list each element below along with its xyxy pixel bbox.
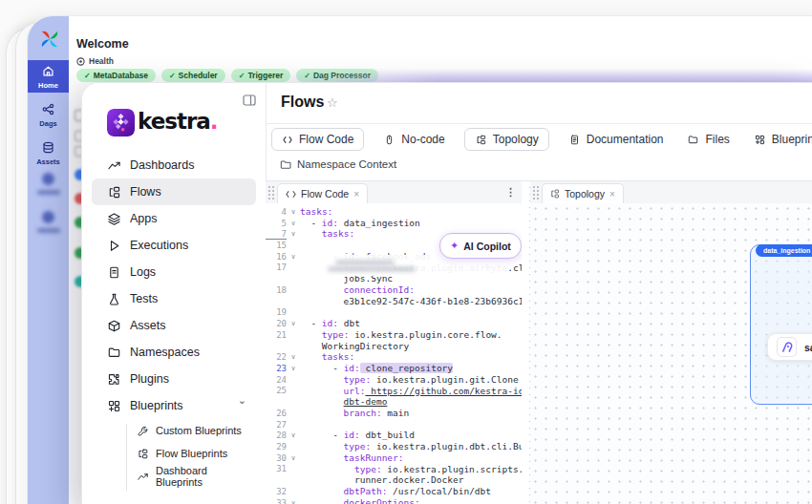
- page-title: Flows: [281, 94, 324, 111]
- line-number: 32: [266, 487, 287, 496]
- airflow-sidebar-item-dags[interactable]: Dags: [28, 98, 69, 127]
- ai-copilot-button[interactable]: ✦ AI Copilot: [439, 233, 522, 259]
- sidebar-item-custom-blueprints[interactable]: Custom Blueprints: [126, 419, 256, 442]
- node-salesforce[interactable]: salesforce: [767, 333, 812, 361]
- view-button-blueprints[interactable]: Blueprints: [749, 128, 812, 151]
- line-number: 33: [266, 498, 287, 504]
- airflow-welcome-title: Welcome: [76, 37, 129, 51]
- code-line[interactable]: 19: [266, 306, 522, 318]
- sidebar-item-assets[interactable]: Assets: [92, 312, 256, 339]
- sidebar-item-namespaces[interactable]: Namespaces: [92, 339, 256, 366]
- code-line[interactable]: 33∨dockerOptions:: [266, 497, 522, 504]
- drag-handle-icon[interactable]: [532, 185, 540, 200]
- badge-label: Triggerer: [247, 71, 283, 80]
- close-icon[interactable]: ×: [609, 189, 615, 200]
- node-label: salesforce: [804, 342, 812, 353]
- code-line[interactable]: 27: [266, 419, 522, 430]
- fold-chevron-icon[interactable]: ∨: [287, 431, 300, 439]
- fold-chevron-icon[interactable]: ∨: [287, 454, 300, 462]
- blueprint-icon: [107, 399, 120, 412]
- code-line[interactable]: WorkingDirectory: [266, 341, 522, 352]
- sidebar-item-blueprints[interactable]: Blueprints⌄: [92, 392, 256, 419]
- view-button-documentation[interactable]: Documentation: [564, 128, 669, 151]
- code-text: taskRunner:: [300, 452, 404, 464]
- panel-menu-icon[interactable]: ⋮: [505, 186, 516, 199]
- code-line[interactable]: 18connectionId:: [266, 284, 522, 296]
- code-line[interactable]: 21type: io.kestra.plugin.core.flow.: [266, 329, 522, 341]
- sidebar-item-executions[interactable]: Executions: [92, 232, 256, 259]
- fold-chevron-icon[interactable]: ∨: [287, 499, 300, 504]
- code-line[interactable]: 28∨- id: dbt_build: [266, 430, 522, 441]
- fold-chevron-icon[interactable]: ∨: [287, 320, 300, 327]
- code-text: type: io.kestra.plugin.git.Clone: [300, 374, 519, 386]
- code-editor[interactable]: 4∨tasks:5∨- id: data_ingestion7∨tasks:15…: [266, 203, 522, 504]
- line-number: 30: [266, 453, 287, 463]
- view-switcher: Flow CodeNo-codeTopologyDocumentationFil…: [271, 128, 812, 151]
- airflow-sidebar-item-assets[interactable]: Assets: [28, 136, 69, 165]
- group-data-ingestion[interactable]: [750, 244, 812, 405]
- line-number: 20: [266, 319, 287, 328]
- sidebar-item-label: Tests: [130, 292, 158, 305]
- airflow-item-label: Assets: [36, 158, 60, 166]
- namespace-context-button[interactable]: Namespace Context: [280, 158, 396, 170]
- kestra-window: kestra. DashboardsFlowsAppsExecutionsLog…: [81, 82, 812, 504]
- sidebar-item-apps[interactable]: Apps: [92, 205, 256, 232]
- wordmark-dot: .: [210, 109, 214, 113]
- airflow-sidebar-item-home[interactable]: Home: [28, 60, 69, 93]
- sidebar-item-dashboards[interactable]: Dashboards: [92, 152, 256, 178]
- code-line[interactable]: 31type: io.kestra.plugin.scripts.: [266, 464, 522, 475]
- line-number: 15: [266, 241, 287, 250]
- code-line[interactable]: 4∨tasks:: [266, 206, 522, 218]
- fold-chevron-icon[interactable]: ∨: [287, 208, 300, 216]
- blurred-sidebar-icon: [42, 211, 54, 223]
- code-line[interactable]: e3b1ce92-547c-436f-b1e8-23b6936c12ef: [266, 296, 522, 307]
- kestra-main: Flows ☆ Flow CodeNo-codeTopologyDocument…: [266, 83, 812, 504]
- code-line[interactable]: 32dbtPath: /usr/local/bin/dbt: [266, 486, 522, 497]
- code-line[interactable]: 25url: https://github.com/kestra-io/: [266, 386, 522, 397]
- code-text: - id: dbt: [300, 318, 360, 329]
- sidebar-item-plugins[interactable]: Plugins: [92, 366, 256, 392]
- sidebar-item-dashboard-blueprints[interactable]: Dashboard Blueprints: [126, 465, 256, 488]
- sidebar-item-flows[interactable]: Flows: [92, 178, 256, 205]
- collapse-sidebar-icon[interactable]: [243, 94, 256, 106]
- view-button-files[interactable]: Files: [682, 128, 734, 151]
- sidebar-item-label: Dashboard Blueprints: [156, 465, 256, 488]
- tab-flow-code[interactable]: Flow Code ×: [277, 183, 368, 203]
- tab-topology[interactable]: Topology ×: [542, 183, 624, 203]
- home-icon: [42, 65, 54, 79]
- sparkle-icon: ✦: [450, 240, 459, 252]
- code-text: tasks:: [300, 228, 354, 240]
- close-icon[interactable]: ×: [353, 189, 359, 200]
- code-line[interactable]: 22∨tasks:: [266, 351, 522, 363]
- sidebar-item-flow-blueprints[interactable]: Flow Blueprints: [126, 442, 256, 465]
- code-line[interactable]: runner.docker.Docker: [266, 474, 522, 486]
- code-line[interactable]: dbt-demo: [266, 396, 522, 408]
- code-line[interactable]: 5∨- id: data_ingestion: [266, 218, 522, 229]
- view-button-no-code[interactable]: No-code: [378, 128, 449, 151]
- code-line[interactable]: 29type: io.kestra.plugin.dbt.cli.Build: [266, 441, 522, 452]
- code-line[interactable]: 23∨- id: clone_repository: [266, 363, 522, 374]
- fold-chevron-icon[interactable]: ∨: [287, 353, 300, 361]
- sidebar-item-label: Custom Blueprints: [156, 425, 242, 436]
- code-line[interactable]: 20∨- id: dbt: [266, 318, 522, 329]
- layers-icon: [107, 212, 120, 225]
- view-button-flow-code[interactable]: Flow Code: [271, 128, 364, 151]
- fold-chevron-icon[interactable]: ∨: [287, 230, 300, 238]
- panel-splitter[interactable]: [522, 181, 530, 504]
- topology-canvas[interactable]: data_ingestion dbt +: [530, 203, 812, 504]
- code-line[interactable]: 30∨taskRunner:: [266, 452, 522, 464]
- code-line[interactable]: 26branch: main: [266, 408, 522, 419]
- trend-icon: [138, 472, 148, 482]
- favorite-star-icon[interactable]: ☆: [327, 95, 338, 110]
- fold-chevron-icon[interactable]: ∨: [287, 365, 300, 372]
- sidebar-item-label: Plugins: [130, 372, 169, 386]
- drag-handle-icon[interactable]: [267, 185, 275, 200]
- sidebar-item-tests[interactable]: Tests: [92, 285, 256, 312]
- fold-chevron-icon[interactable]: ∨: [287, 220, 300, 227]
- view-button-topology[interactable]: Topology: [464, 128, 549, 151]
- line-number: 7: [266, 229, 287, 240]
- sidebar-item-logs[interactable]: Logs: [92, 259, 256, 285]
- code-line[interactable]: 24type: io.kestra.plugin.git.Clone: [266, 374, 522, 386]
- mouse-icon: [385, 135, 395, 145]
- fold-chevron-icon[interactable]: ∨: [287, 253, 300, 261]
